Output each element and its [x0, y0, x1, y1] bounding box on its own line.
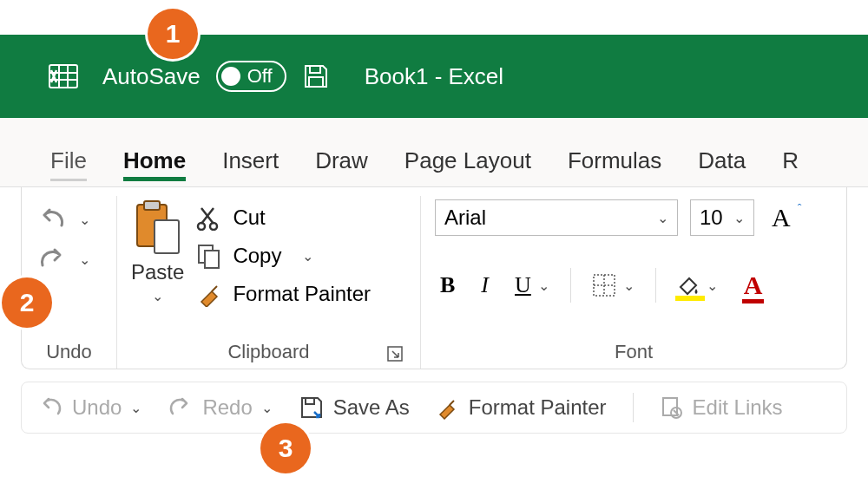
autosave-label: AutoSave	[102, 63, 201, 90]
qat-format-painter[interactable]: Format Painter	[436, 395, 607, 420]
bold-button[interactable]: B	[435, 269, 460, 302]
chevron-down-icon: ⌄	[623, 277, 635, 294]
svg-point-11	[210, 223, 217, 230]
increase-font-size-button[interactable]: Aˆ	[766, 199, 806, 236]
font-size-value: 10	[700, 206, 723, 230]
format-painter-label: Format Painter	[233, 282, 371, 306]
qat-undo[interactable]: Undo ⌄	[37, 395, 141, 420]
title-bar: AutoSave Off Book1 - Excel	[0, 35, 868, 118]
chevron-down-icon: ⌄	[79, 251, 90, 268]
callout-2: 2	[2, 277, 52, 328]
chevron-down-icon: ⌄	[152, 288, 163, 304]
excel-icon	[49, 62, 78, 91]
svg-rect-6	[309, 77, 323, 87]
ribbon: ⌄ ⌄ Undo Paste ⌄	[21, 187, 847, 369]
save-icon[interactable]	[302, 62, 330, 90]
tab-file[interactable]: File	[50, 147, 87, 186]
font-name-combo[interactable]: Arial ⌄	[435, 199, 678, 236]
chevron-down-icon: ⌄	[733, 210, 745, 226]
svg-point-10	[198, 223, 205, 230]
group-clipboard: Paste ⌄ Cut Copy ⌄ Format Painter	[117, 196, 421, 369]
quick-access-toolbar: Undo ⌄ Redo ⌄ Save As Format Painter Edi…	[21, 382, 847, 434]
qat-redo[interactable]: Redo ⌄	[168, 395, 272, 420]
autosave-toggle[interactable]: Off	[216, 61, 286, 92]
separator	[655, 268, 656, 303]
callout-3: 3	[260, 423, 311, 473]
svg-rect-18	[306, 398, 314, 404]
tab-formulas[interactable]: Formulas	[568, 147, 661, 186]
autosave-state: Off	[247, 65, 273, 88]
underline-button[interactable]: U ⌄	[510, 269, 555, 302]
paste-label: Paste	[131, 260, 184, 284]
svg-rect-9	[155, 220, 179, 253]
format-painter-button[interactable]: Format Painter	[196, 281, 371, 307]
italic-button[interactable]: I	[476, 269, 494, 302]
font-color-button[interactable]: A	[739, 267, 768, 303]
chevron-down-icon: ⌄	[657, 210, 668, 226]
tab-draw[interactable]: Draw	[315, 147, 368, 186]
separator	[633, 393, 634, 422]
toggle-knob	[221, 67, 240, 86]
document-title: Book1 - Excel	[365, 63, 503, 90]
svg-rect-13	[205, 251, 219, 268]
tab-insert[interactable]: Insert	[222, 147, 279, 186]
chevron-down-icon: ⌄	[79, 212, 90, 228]
chevron-down-icon: ⌄	[302, 248, 313, 264]
borders-button[interactable]: ⌄	[587, 270, 640, 301]
tab-home[interactable]: Home	[123, 147, 186, 186]
qat-edit-links[interactable]: Edit Links	[660, 395, 783, 420]
dialog-launcher-icon[interactable]	[387, 346, 403, 362]
fill-color-button[interactable]: ⌄	[672, 271, 723, 299]
cut-label: Cut	[233, 206, 265, 230]
cut-button[interactable]: Cut	[196, 205, 371, 231]
copy-button[interactable]: Copy ⌄	[196, 243, 371, 269]
svg-rect-5	[310, 66, 320, 73]
group-label-clipboard: Clipboard	[131, 336, 406, 363]
chevron-down-icon: ⌄	[130, 400, 141, 416]
paste-button[interactable]: Paste ⌄	[131, 199, 184, 304]
ribbon-tabs: File Home Insert Draw Page Layout Formul…	[0, 118, 868, 187]
tab-page-layout[interactable]: Page Layout	[404, 147, 531, 186]
callout-1: 1	[148, 9, 198, 59]
undo-button[interactable]: ⌄	[36, 206, 90, 232]
group-label-font: Font	[435, 336, 832, 363]
chevron-down-icon: ⌄	[261, 400, 273, 416]
tab-review-cut[interactable]: R	[782, 147, 799, 186]
group-font: Arial ⌄ 10 ⌄ Aˆ B I U ⌄	[421, 196, 846, 369]
font-size-combo[interactable]: 10 ⌄	[690, 199, 754, 236]
separator	[570, 268, 571, 303]
redo-button[interactable]: ⌄	[36, 246, 90, 272]
chevron-down-icon: ⌄	[707, 277, 718, 294]
qat-save-as[interactable]: Save As	[299, 395, 410, 421]
tab-data[interactable]: Data	[698, 147, 746, 186]
font-name-value: Arial	[444, 206, 486, 230]
svg-rect-8	[144, 201, 160, 210]
group-label-undo: Undo	[36, 336, 102, 363]
chevron-down-icon: ⌄	[538, 277, 549, 294]
copy-label: Copy	[233, 244, 281, 268]
